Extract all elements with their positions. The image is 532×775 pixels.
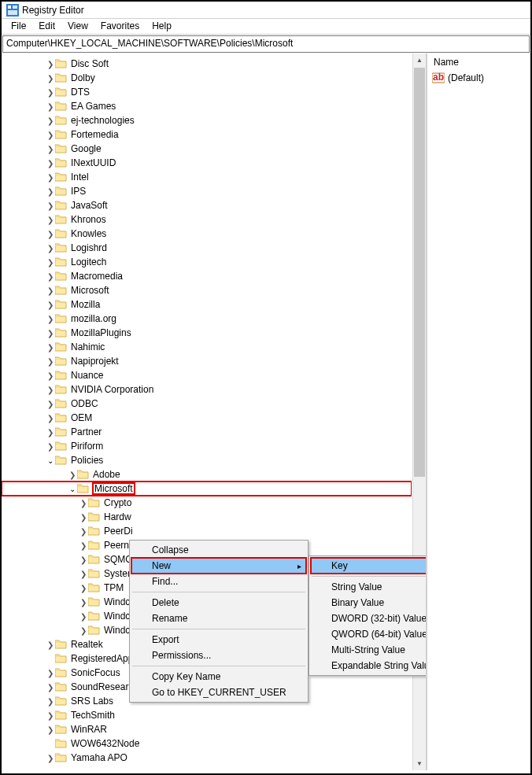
chevron-right-icon[interactable]: ❯ <box>46 386 55 394</box>
chevron-right-icon[interactable]: ❯ <box>79 513 88 522</box>
tree-item[interactable]: ❯Hardw <box>2 510 412 524</box>
chevron-right-icon[interactable]: ❯ <box>46 286 55 295</box>
chevron-right-icon[interactable]: ❯ <box>79 555 88 564</box>
tree-item[interactable]: ❯Microsoft <box>2 283 412 297</box>
tree-item[interactable]: ❯EA Games <box>2 99 412 113</box>
ctx-permissions[interactable]: Permissions... <box>131 648 306 663</box>
chevron-right-icon[interactable]: ❯ <box>46 187 55 196</box>
ctx-rename[interactable]: Rename <box>131 611 306 626</box>
chevron-right-icon[interactable]: ❯ <box>79 527 88 536</box>
tree-item[interactable]: ❯Adobe <box>2 467 412 482</box>
chevron-down-icon[interactable]: ⌄ <box>46 456 55 465</box>
chevron-right-icon[interactable]: ❯ <box>79 598 88 607</box>
chevron-right-icon[interactable]: ❯ <box>79 499 88 507</box>
tree-item[interactable]: ❯NVIDIA Corporation <box>2 382 412 397</box>
tree-item[interactable]: ❯Google <box>2 142 412 156</box>
chevron-right-icon[interactable]: ❯ <box>46 711 55 720</box>
ctx-delete[interactable]: Delete <box>131 595 306 611</box>
ctx-copy-key-name[interactable]: Copy Key Name <box>131 669 306 685</box>
chevron-right-icon[interactable]: ❯ <box>46 371 55 380</box>
tree-item[interactable]: ❯Nuance <box>2 368 412 382</box>
chevron-right-icon[interactable]: ❯ <box>46 343 55 352</box>
chevron-right-icon[interactable]: ❯ <box>46 357 55 366</box>
menu-file[interactable]: File <box>5 20 32 32</box>
tree-item[interactable]: ❯INextUUID <box>2 156 412 170</box>
tree-item[interactable]: ❯ODBC <box>2 397 412 411</box>
ctx-new[interactable]: New <box>131 558 306 574</box>
sub-binary[interactable]: Binary Value <box>311 595 427 611</box>
tree-item[interactable]: ❯Mozilla <box>2 297 412 312</box>
ctx-find[interactable]: Find... <box>131 574 306 589</box>
tree-item[interactable]: ❯Yamaha APO <box>2 751 412 765</box>
chevron-right-icon[interactable]: ❯ <box>46 414 55 423</box>
chevron-right-icon[interactable]: ❯ <box>79 626 88 635</box>
chevron-right-icon[interactable]: ❯ <box>46 400 55 408</box>
tree-item[interactable]: ❯MozillaPlugins <box>2 326 412 340</box>
chevron-right-icon[interactable]: ❯ <box>46 428 55 437</box>
chevron-right-icon[interactable]: ❯ <box>46 173 55 182</box>
sub-multi-string[interactable]: Multi-String Value <box>311 642 427 658</box>
tree-item[interactable]: ❯mozilla.org <box>2 312 412 326</box>
chevron-right-icon[interactable]: ❯ <box>46 116 55 125</box>
ctx-goto-hkcu[interactable]: Go to HKEY_CURRENT_USER <box>131 685 306 700</box>
chevron-right-icon[interactable]: ❯ <box>46 329 55 338</box>
tree-item[interactable]: ❯Napiprojekt <box>2 354 412 368</box>
chevron-right-icon[interactable]: ❯ <box>79 612 88 621</box>
sub-expandable-string[interactable]: Expandable String Value <box>311 658 427 674</box>
chevron-right-icon[interactable]: ❯ <box>46 315 55 323</box>
tree-item[interactable]: ❯ej-technologies <box>2 113 412 127</box>
ctx-collapse[interactable]: Collapse <box>131 542 306 558</box>
tree-item[interactable]: ⌄Policies <box>2 453 412 467</box>
chevron-right-icon[interactable]: ❯ <box>46 640 55 649</box>
chevron-right-icon[interactable]: ❯ <box>79 570 88 578</box>
tree-item[interactable]: ❯Dolby <box>2 71 412 85</box>
chevron-right-icon[interactable]: ❯ <box>46 258 55 267</box>
chevron-right-icon[interactable]: ❯ <box>46 201 55 210</box>
menu-view[interactable]: View <box>61 20 94 32</box>
value-row-default[interactable]: (Default) <box>432 71 526 85</box>
chevron-right-icon[interactable]: ❯ <box>46 683 55 692</box>
chevron-right-icon[interactable]: ❯ <box>46 145 55 153</box>
tree-item[interactable]: ❯WinRAR <box>2 722 412 736</box>
tree-item[interactable]: ❯Fortemedia <box>2 127 412 142</box>
tree-item[interactable]: ❯Partner <box>2 425 412 439</box>
tree-item[interactable]: ❯IPS <box>2 184 412 198</box>
chevron-right-icon[interactable]: ❯ <box>46 272 55 281</box>
chevron-right-icon[interactable]: ❯ <box>46 754 55 762</box>
chevron-down-icon[interactable]: ⌄ <box>68 485 77 493</box>
chevron-right-icon[interactable]: ❯ <box>46 60 55 68</box>
tree-item[interactable]: ❯DTS <box>2 85 412 99</box>
chevron-right-icon[interactable]: ❯ <box>46 301 55 309</box>
chevron-right-icon[interactable]: ❯ <box>46 102 55 111</box>
chevron-right-icon[interactable]: ❯ <box>46 131 55 139</box>
tree-item[interactable]: ❯Knowles <box>2 227 412 241</box>
chevron-right-icon[interactable]: ❯ <box>46 88 55 97</box>
menu-favorites[interactable]: Favorites <box>94 20 146 32</box>
tree-item[interactable]: ❯Disc Soft <box>2 57 412 71</box>
tree-item[interactable]: ❯PeerDi <box>2 524 412 538</box>
chevron-right-icon[interactable]: ❯ <box>79 541 88 550</box>
chevron-right-icon[interactable]: ❯ <box>46 669 55 677</box>
scroll-thumb[interactable] <box>414 68 425 477</box>
chevron-right-icon[interactable]: ❯ <box>46 159 55 168</box>
chevron-right-icon[interactable]: ❯ <box>46 230 55 238</box>
scroll-up-button[interactable]: ▲ <box>413 54 426 67</box>
address-bar[interactable]: Computer\HKEY_LOCAL_MACHINE\SOFTWARE\Pol… <box>2 35 530 53</box>
chevron-right-icon[interactable]: ❯ <box>46 216 55 224</box>
tree-item[interactable]: ❯Logishrd <box>2 241 412 255</box>
chevron-right-icon[interactable]: ❯ <box>79 584 88 592</box>
tree-item[interactable]: ❯Khronos <box>2 212 412 227</box>
chevron-right-icon[interactable]: ❯ <box>46 725 55 734</box>
sub-dword32[interactable]: DWORD (32-bit) Value <box>311 611 427 626</box>
tree-item[interactable]: ❯Intel <box>2 170 412 184</box>
chevron-right-icon[interactable]: ❯ <box>46 74 55 83</box>
sub-qword64[interactable]: QWORD (64-bit) Value <box>311 626 427 642</box>
ctx-export[interactable]: Export <box>131 632 306 648</box>
tree-item[interactable]: ❯Piriform <box>2 439 412 453</box>
tree-item[interactable]: ❯OEM <box>2 411 412 425</box>
chevron-right-icon[interactable]: ❯ <box>68 471 77 479</box>
tree-item[interactable]: ❯Logitech <box>2 255 412 269</box>
menu-help[interactable]: Help <box>146 20 178 32</box>
sub-string[interactable]: String Value <box>311 579 427 595</box>
menu-edit[interactable]: Edit <box>32 20 61 32</box>
